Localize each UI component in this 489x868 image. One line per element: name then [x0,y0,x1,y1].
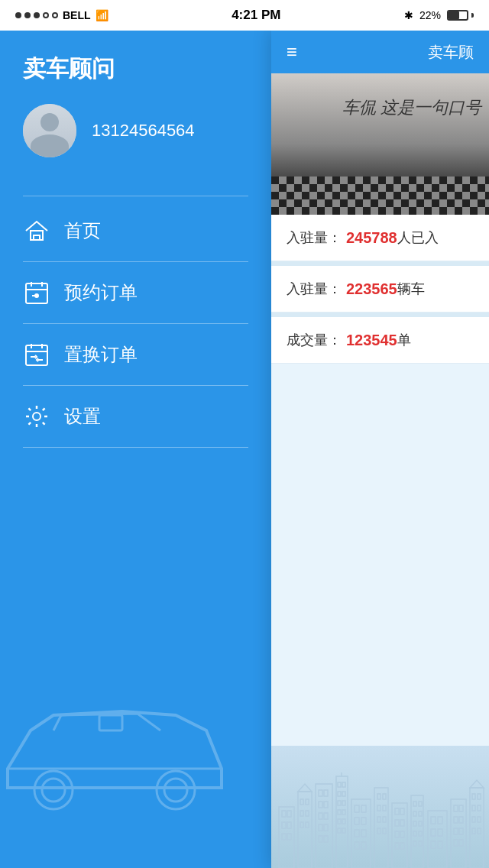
dot5 [52,12,58,18]
battery-indicator [447,10,474,21]
menu-label-settings: 设置 [64,404,101,429]
stat-suffix-2: 辆车 [397,280,425,298]
panel-header: ≡ 卖车顾 [271,31,489,73]
stat-row-1: 入驻量： 245788 人已入 [271,215,489,261]
sidebar-user: 13124564564 [23,104,248,157]
stat-value-1: 245788 [346,229,397,247]
menu-hamburger-icon[interactable]: ≡ [287,41,297,63]
home-icon [23,217,50,245]
svg-point-6 [35,294,38,297]
svg-point-14 [42,779,65,802]
exchange-icon [23,341,50,368]
menu-item-exchange[interactable]: 置换订单 [0,324,271,385]
battery-percent: 22% [419,9,441,21]
dot1 [15,12,21,18]
stat-value-3: 123545 [346,332,397,349]
svg-rect-18 [99,715,122,730]
banner: // Will be rendered by SVG 车侃 这是一句口号 [271,73,489,215]
time-display: 4:21 PM [232,8,280,23]
menu-item-reservation[interactable]: 预约订单 [0,262,271,323]
calendar-icon [23,279,50,306]
menu-item-settings[interactable]: 设置 [0,386,271,447]
sidebar: 卖车顾问 13124564564 首页 [0,31,271,868]
carrier-label: BELL [63,9,91,21]
stat-suffix-3: 单 [397,331,411,349]
stat-suffix-1: 人已入 [397,228,439,247]
signal-dots [15,12,58,18]
gear-icon [23,403,50,430]
svg-point-13 [34,771,73,809]
status-left: BELL 📶 [15,9,108,21]
stat-row-3: 成交量： 123545 单 [271,317,489,364]
menu-item-home[interactable]: 首页 [0,200,271,261]
avatar-inner [23,104,76,157]
car-watermark [0,669,244,822]
svg-point-15 [157,771,195,809]
menu-label-exchange: 置换订单 [64,342,138,367]
bluetooth-icon: ✱ [404,9,413,21]
stat-value-2: 223565 [346,280,397,298]
status-bar: BELL 📶 4:21 PM ✱ 22% [0,0,489,31]
svg-point-16 [164,779,187,802]
stat-label-1: 入驻量： [287,228,342,247]
dot4 [43,12,49,18]
status-right: ✱ 22% [404,9,474,21]
sidebar-title: 卖车顾问 [23,53,248,85]
svg-rect-23 [271,177,489,215]
city-skyline [271,746,489,868]
divider-4 [23,447,248,448]
svg-rect-1 [34,235,40,240]
sidebar-header: 卖车顾问 13124564564 [0,31,271,196]
stat-row-2: 入驻量： 223565 辆车 [271,266,489,313]
right-panel: ≡ 卖车顾 // Will be rendered by SVG [271,31,489,868]
user-phone: 13124564564 [92,121,195,141]
wifi-icon: 📶 [96,9,108,21]
sidebar-menu: 首页 预约订单 [0,196,271,452]
dot2 [24,12,31,18]
menu-label-home: 首页 [64,219,101,243]
main-container: 卖车顾问 13124564564 首页 [0,31,489,868]
stat-label-3: 成交量： [287,331,342,349]
svg-point-12 [33,413,40,420]
dot3 [34,12,40,18]
panel-title: 卖车顾 [428,42,474,63]
stat-label-2: 入驻量： [287,280,342,298]
svg-rect-8 [26,345,47,365]
banner-text: 车侃 这是一句口号 [342,96,481,119]
menu-label-reservation: 预约订单 [64,280,138,305]
avatar [23,104,76,157]
